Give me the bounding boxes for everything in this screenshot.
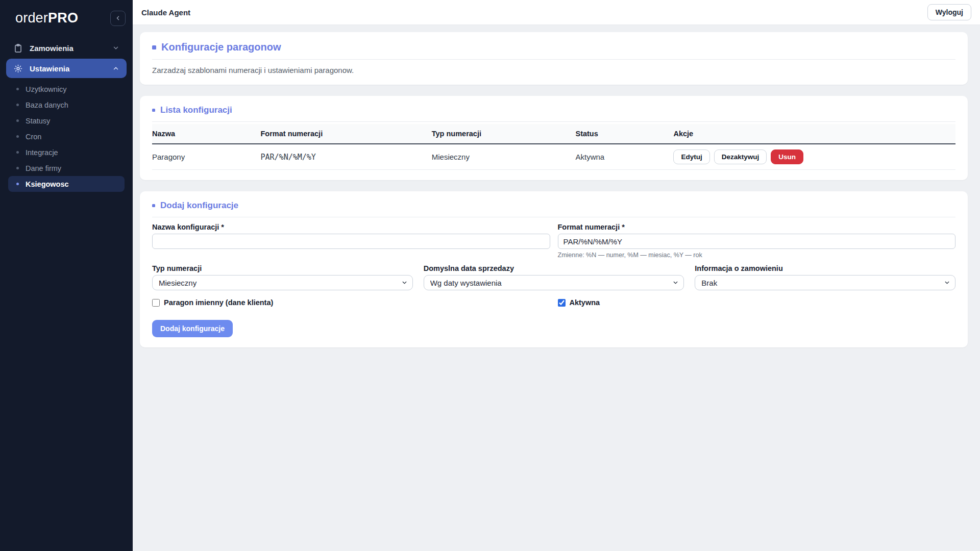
sidebar-item-cron[interactable]: Cron bbox=[8, 129, 125, 144]
chevron-up-icon bbox=[112, 65, 119, 72]
field-order-info: Informacja o zamowieniu Brak bbox=[695, 259, 955, 290]
square-bullet-icon bbox=[152, 109, 155, 112]
form-row-1: Nazwa konfiguracji * Format numeracji * … bbox=[152, 217, 955, 259]
page-header-card: Konfiguracje paragonow Zarzadzaj szablon… bbox=[140, 32, 968, 85]
sub-item-label: Statusy bbox=[26, 117, 50, 125]
form-row-2: Typ numeracji Miesieczny Domyslna data s… bbox=[152, 259, 955, 290]
bullet-dot-icon bbox=[16, 88, 19, 90]
clipboard-icon bbox=[13, 43, 23, 53]
sidebar-item-zamowienia[interactable]: Zamowienia bbox=[6, 38, 127, 58]
cell-typ: Miesieczny bbox=[432, 144, 576, 170]
sale-date-select-label: Domyslna data sprzedazy bbox=[424, 264, 684, 272]
section-title-dodaj: Dodaj konfiguracje bbox=[152, 201, 955, 211]
sidebar-item-ustawienia[interactable]: Ustawienia bbox=[6, 59, 127, 78]
sale-date-select[interactable]: Wg daty wystawienia bbox=[424, 275, 684, 290]
main-area: Claude Agent Wyloguj Konfiguracje parago… bbox=[133, 0, 980, 551]
sidebar-collapse-button[interactable] bbox=[110, 11, 126, 26]
cell-nazwa: Paragony bbox=[152, 144, 260, 170]
type-select-label: Typ numeracji bbox=[152, 264, 413, 272]
add-config-card: Dodaj konfiguracje Nazwa konfiguracji * … bbox=[140, 191, 968, 347]
deactivate-button[interactable]: Dezaktywuj bbox=[714, 149, 767, 164]
section-title-lista: Lista konfiguracji bbox=[152, 105, 955, 115]
format-input[interactable] bbox=[558, 234, 956, 249]
table-head: Nazwa Format numeracji Typ numeracji Sta… bbox=[152, 124, 955, 144]
edit-button[interactable]: Edytuj bbox=[673, 149, 709, 164]
topbar: Claude Agent Wyloguj bbox=[133, 0, 980, 25]
brand-regular: order bbox=[15, 10, 48, 26]
divider bbox=[152, 121, 955, 122]
sidebar-item-label: Zamowienia bbox=[30, 44, 74, 53]
bullet-dot-icon bbox=[16, 135, 19, 138]
sub-item-label: Integracje bbox=[26, 148, 58, 157]
sidebar: orderPRO Zamowienia bbox=[0, 0, 133, 551]
field-format: Format numeracji * Zmienne: %N — numer, … bbox=[558, 217, 956, 259]
config-list-card: Lista konfiguracji Nazwa Format numeracj… bbox=[140, 96, 968, 180]
order-info-select-label: Informacja o zamowieniu bbox=[695, 264, 955, 272]
page-title-text: Konfiguracje paragonow bbox=[161, 41, 281, 53]
square-bullet-icon bbox=[152, 204, 155, 207]
bullet-dot-icon bbox=[16, 183, 19, 185]
settings-submenu: Uzytkownicy Baza danych Statusy Cron Int… bbox=[0, 81, 133, 192]
column-header-format: Format numeracji bbox=[260, 124, 431, 144]
format-field-label: Format numeracji * bbox=[558, 223, 956, 231]
active-label: Aktywna bbox=[570, 298, 600, 307]
page-title: Konfiguracje paragonow bbox=[152, 41, 955, 53]
logout-button[interactable]: Wyloguj bbox=[927, 4, 971, 20]
name-field-label: Nazwa konfiguracji * bbox=[152, 223, 550, 231]
sidebar-item-ksiegowosc[interactable]: Ksiegowosc bbox=[8, 176, 125, 192]
field-name: Nazwa konfiguracji * bbox=[152, 217, 550, 259]
table-row: Paragony PAR/%N/%M/%Y Miesieczny Aktywna… bbox=[152, 144, 955, 170]
column-header-akcje: Akcje bbox=[673, 124, 955, 144]
section-title-text: Dodaj konfiguracje bbox=[160, 201, 238, 211]
cell-format: PAR/%N/%M/%Y bbox=[260, 144, 431, 170]
active-field: Aktywna bbox=[558, 298, 956, 307]
column-header-status: Status bbox=[575, 124, 673, 144]
order-info-select[interactable]: Brak bbox=[695, 275, 955, 290]
section-title-text: Lista konfiguracji bbox=[160, 105, 232, 115]
add-config-submit-button[interactable]: Dodaj konfiguracje bbox=[152, 320, 233, 337]
cell-status: Aktywna bbox=[575, 144, 673, 170]
sub-item-label: Dane firmy bbox=[26, 164, 61, 172]
bullet-dot-icon bbox=[16, 104, 19, 106]
chevron-down-icon bbox=[112, 44, 119, 52]
sidebar-item-baza-danych[interactable]: Baza danych bbox=[8, 97, 125, 113]
brand-bold: PRO bbox=[48, 10, 78, 26]
bullet-dot-icon bbox=[16, 151, 19, 154]
divider bbox=[152, 59, 955, 60]
user-name: Claude Agent bbox=[141, 8, 190, 17]
type-select[interactable]: Miesieczny bbox=[152, 275, 413, 290]
active-checkbox[interactable] bbox=[558, 299, 566, 307]
config-table: Nazwa Format numeracji Typ numeracji Sta… bbox=[152, 124, 955, 170]
field-type: Typ numeracji Miesieczny bbox=[152, 259, 413, 290]
sidebar-item-statusy[interactable]: Statusy bbox=[8, 113, 125, 129]
named-receipt-field: Paragon imienny (dane klienta) bbox=[152, 298, 550, 307]
chevron-left-icon bbox=[115, 15, 121, 21]
row-actions: Edytuj Dezaktywuj Usun bbox=[673, 149, 949, 164]
cell-akcje: Edytuj Dezaktywuj Usun bbox=[673, 144, 955, 170]
page-content: Konfiguracje paragonow Zarzadzaj szablon… bbox=[133, 25, 980, 551]
field-sale-date: Domyslna data sprzedazy Wg daty wystawie… bbox=[424, 259, 684, 290]
sub-item-label: Baza danych bbox=[26, 101, 68, 109]
sub-item-label: Ksiegowosc bbox=[26, 180, 69, 188]
column-header-nazwa: Nazwa bbox=[152, 124, 260, 144]
bullet-dot-icon bbox=[16, 167, 19, 169]
gear-icon bbox=[13, 64, 23, 73]
app-logo: orderPRO bbox=[15, 10, 78, 26]
delete-button[interactable]: Usun bbox=[771, 149, 803, 164]
sidebar-item-label: Ustawienia bbox=[30, 64, 69, 73]
square-bullet-icon bbox=[152, 45, 156, 49]
sidebar-item-dane-firmy[interactable]: Dane firmy bbox=[8, 160, 125, 176]
column-header-typ: Typ numeracji bbox=[432, 124, 576, 144]
page-subtitle: Zarzadzaj szablonami numeracji i ustawie… bbox=[152, 66, 955, 74]
sub-item-label: Uzytkownicy bbox=[26, 85, 67, 93]
sub-item-label: Cron bbox=[26, 133, 41, 141]
named-receipt-checkbox[interactable] bbox=[152, 299, 160, 307]
form-row-3: Paragon imienny (dane klienta) Aktywna bbox=[152, 298, 955, 307]
name-input[interactable] bbox=[152, 234, 550, 249]
sidebar-nav: Zamowienia Ustawienia bbox=[0, 37, 133, 192]
sidebar-item-integracje[interactable]: Integracje bbox=[8, 144, 125, 160]
sidebar-item-uzytkownicy[interactable]: Uzytkownicy bbox=[8, 81, 125, 97]
named-receipt-label: Paragon imienny (dane klienta) bbox=[164, 298, 273, 307]
format-hint: Zmienne: %N — numer, %M — miesiac, %Y — … bbox=[558, 252, 956, 259]
bullet-dot-icon bbox=[16, 119, 19, 122]
